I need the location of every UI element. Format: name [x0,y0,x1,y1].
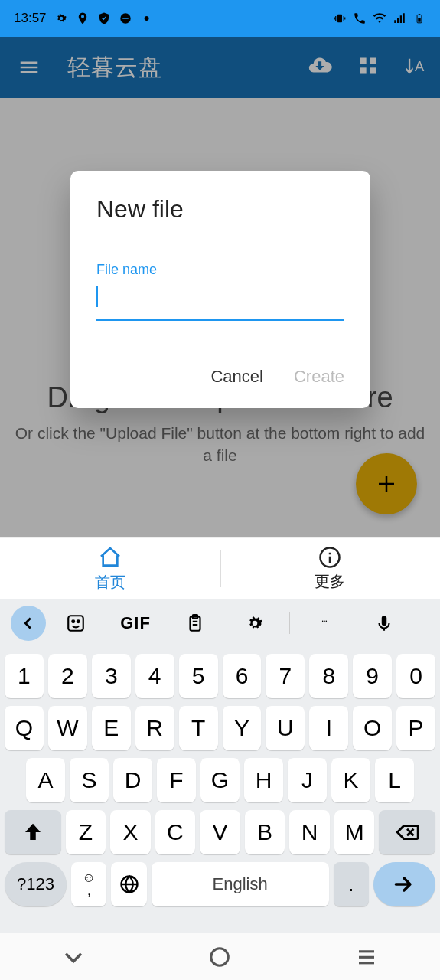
key-0[interactable]: 0 [396,654,435,698]
key-o[interactable]: O [353,706,392,750]
nav-home[interactable] [174,946,266,969]
key-enter[interactable] [373,862,435,906]
kb-settings-icon[interactable] [225,606,285,641]
key-t[interactable]: T [179,706,218,750]
key-x[interactable]: X [110,810,151,854]
key-p[interactable]: P [396,706,435,750]
svg-rect-11 [370,58,376,64]
nav-recents[interactable] [321,946,412,969]
svg-rect-5 [400,15,402,23]
key-emoji[interactable]: ☺, [71,862,106,906]
key-l[interactable]: L [375,758,414,802]
key-row-1: Q W E R T Y U I O P [5,706,435,750]
key-h[interactable]: H [244,758,283,802]
key-m[interactable]: M [334,810,375,854]
svg-rect-12 [360,67,367,74]
key-language[interactable] [111,862,146,906]
key-b[interactable]: B [245,810,285,854]
key-4[interactable]: 4 [135,654,174,698]
key-period[interactable]: . [334,862,369,906]
key-row-nums: 1 2 3 4 5 6 7 8 9 0 [5,654,435,698]
tab-more[interactable]: 更多 [220,538,441,599]
key-n[interactable]: N [289,810,330,854]
key-g[interactable]: G [200,758,240,802]
key-7[interactable]: 7 [266,654,305,698]
svg-point-24 [324,621,325,622]
key-2[interactable]: 2 [48,654,87,698]
status-bar: 13:57 • [0,0,440,37]
key-9[interactable]: 9 [353,654,392,698]
svg-rect-17 [329,556,331,563]
keyboard: GIF 1 2 3 4 5 6 7 8 9 0 Q W E R T Y U I [0,599,440,933]
key-3[interactable]: 3 [92,654,131,698]
battery-status-icon [412,11,426,25]
key-row-2: A S D F G H J K L [5,758,435,802]
key-5[interactable]: 5 [179,654,218,698]
keyboard-toolbar: GIF [0,599,440,648]
kb-back-icon[interactable] [11,606,46,641]
vibrate-status-icon [333,11,347,25]
key-q[interactable]: Q [5,706,44,750]
svg-point-20 [77,620,80,622]
key-i[interactable]: I [309,706,348,750]
key-s[interactable]: S [70,758,109,802]
kb-clipboard-icon[interactable] [165,606,225,641]
nav-back[interactable] [28,944,119,970]
shield-status-icon [97,11,111,25]
app-title: 轻暮云盘 [67,52,162,83]
grid-view-button[interactable] [357,55,379,80]
settings-status-icon [54,11,68,25]
cloud-download-button[interactable] [307,53,333,82]
key-6[interactable]: 6 [223,654,262,698]
add-fab[interactable] [356,453,417,514]
key-w[interactable]: W [48,706,87,750]
status-time: 13:57 [14,11,47,26]
signal-status-icon [393,11,406,25]
key-v[interactable]: V [200,810,240,854]
key-symbols[interactable]: ?123 [5,862,67,906]
key-e[interactable]: E [92,706,131,750]
key-row-3: Z X C V B N M [5,810,435,854]
svg-point-23 [322,621,324,622]
bottom-tabs: 首页 更多 [0,537,440,599]
key-space[interactable]: English [152,862,329,906]
svg-rect-2 [337,15,342,23]
file-name-input[interactable] [96,279,344,321]
key-backspace[interactable] [379,810,435,854]
key-u[interactable]: U [266,706,305,750]
dnd-status-icon [119,11,132,25]
cancel-button[interactable]: Cancel [210,367,262,387]
svg-rect-31 [359,962,374,964]
svg-rect-9 [419,14,420,15]
create-button[interactable]: Create [294,367,344,387]
sort-button[interactable]: A [403,55,426,80]
key-d[interactable]: D [113,758,152,802]
svg-rect-3 [394,20,396,23]
menu-button[interactable] [14,56,44,79]
key-row-4: ?123 ☺, English . [5,862,435,906]
svg-text:A: A [415,58,425,74]
kb-gif-button[interactable]: GIF [106,606,165,641]
key-k[interactable]: K [331,758,370,802]
svg-rect-8 [418,18,421,22]
tab-home[interactable]: 首页 [0,538,220,599]
key-y[interactable]: Y [223,706,262,750]
kb-more-icon[interactable] [295,606,354,641]
key-f[interactable]: F [157,758,196,802]
kb-mic-icon[interactable] [354,606,414,641]
svg-rect-6 [403,13,405,23]
key-shift[interactable] [5,810,61,854]
key-a[interactable]: A [26,758,65,802]
key-8[interactable]: 8 [309,654,348,698]
dialog-title: New file [96,195,344,224]
key-c[interactable]: C [155,810,196,854]
kb-sticker-icon[interactable] [46,606,106,641]
key-1[interactable]: 1 [5,654,44,698]
location-status-icon [76,11,90,25]
key-z[interactable]: Z [66,810,106,854]
svg-rect-30 [359,956,374,958]
key-r[interactable]: R [135,706,174,750]
drop-hint-sub: Or click the "Upload File" button at the… [14,422,426,467]
key-j[interactable]: J [288,758,327,802]
tab-home-label: 首页 [95,572,125,593]
